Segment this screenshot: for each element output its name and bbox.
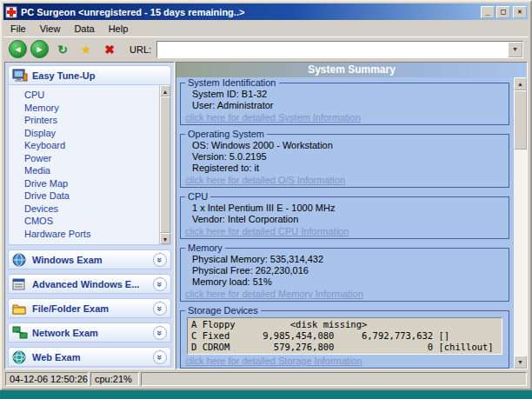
chevron-down-icon[interactable]: » [153,302,167,316]
sidebar-item-drive-data[interactable]: Drive Data [9,190,159,203]
chevron-down-icon[interactable]: » [153,350,167,364]
section-memory: Memory Physical Memory: 535,314,432 Phys… [180,248,509,302]
url-dropdown-button[interactable]: ▼ [508,42,522,57]
content-scrollbar[interactable]: ▲ ▼ [514,77,527,369]
info-line: Physical Memory: 535,314,432 [185,254,504,265]
info-line: User: Administrator [185,100,504,111]
section-cpu: CPU 1 x Intel Pentium III E - 1000 MHz V… [180,196,509,239]
scrollbar-thumb[interactable] [160,96,170,233]
favorites-button[interactable]: ★ [76,40,96,59]
storage-table: A Floppy <disk missing>C Fixed 9,985,454… [187,317,502,355]
info-line: Physical Free: 262,230,016 [185,265,504,276]
chevron-down-icon[interactable]: » [153,277,167,291]
section-operating-system: Operating System OS: Windows 2000 - Work… [180,134,509,188]
sidebar-item-memory[interactable]: Memory [9,102,159,115]
back-button[interactable]: ◄ [9,40,27,58]
window-title: PC Surgeon <unregistered - 15 days remai… [21,7,479,17]
scroll-down-button[interactable]: ▼ [160,233,170,244]
chevron-down-icon[interactable]: » [153,253,167,267]
desktop: PC Surgeon <unregistered - 15 days remai… [0,0,532,399]
section-title: CPU [185,191,210,202]
sidebar-section-advanced-windows-exam[interactable]: Advanced Windows E... » [8,274,171,294]
info-line: Vendor: Intel Corporation [185,214,504,225]
sidebar-scrollbar[interactable]: ▲ ▼ [159,85,170,244]
advanced-windows-exam-icon [12,277,28,291]
close-button[interactable]: ✕ [513,6,527,18]
sidebar-section-label: Easy Tune-Up [32,70,96,81]
menu-file[interactable]: File [3,22,33,36]
status-filler [141,372,527,386]
sidebar-section-label: Windows Exam [32,255,103,265]
storage-row: C Fixed 9,985,454,080 6,792,773,632 [] [191,330,498,342]
sidebar-section-label: Advanced Windows E... [32,279,139,289]
sidebar-item-media[interactable]: Media [9,164,159,177]
network-exam-icon [12,326,28,340]
minimize-button[interactable]: _ [481,6,495,18]
section-storage-devices: Storage Devices A Floppy <disk missing>C… [180,310,509,369]
info-line: 1 x Intel Pentium III E - 1000 MHz [185,203,504,214]
maximize-button[interactable]: □ [496,6,510,18]
menu-view[interactable]: View [33,22,68,36]
sidebar-section-web-exam[interactable]: Web Exam » [8,347,171,367]
section-title: Storage Devices [185,305,261,316]
scroll-up-button[interactable]: ▲ [160,85,170,96]
title-bar[interactable]: PC Surgeon <unregistered - 15 days remai… [3,3,529,20]
sidebar-section-file-folder-exam[interactable]: File/Folder Exam » [8,298,171,318]
menu-help[interactable]: Help [102,22,136,36]
sidebar: Easy Tune-Up CPU Memory Printers Display… [4,62,175,369]
status-cpu: cpu:21% [90,372,139,386]
url-label: URL: [130,44,151,55]
info-line: System ID: B1-32 [185,89,504,100]
page-title: System Summary [176,63,527,77]
url-input[interactable] [157,42,508,57]
stop-button[interactable]: ✖ [99,40,120,59]
status-datetime: 04-12-06 12:50:26 [5,372,89,386]
detail-link-system[interactable]: click here for detailed System Informati… [185,112,504,123]
status-bar: 04-12-06 12:50:26 cpu:21% [3,370,529,387]
detail-link-memory[interactable]: click here for detailed Memory Informati… [185,289,504,300]
section-title: Operating System [185,129,267,139]
info-line: Registered to: it [185,163,504,174]
detail-link-cpu[interactable]: click here for detailed CPU Information [185,226,504,237]
sidebar-item-cpu[interactable]: CPU [9,89,159,102]
sidebar-section-windows-exam[interactable]: Windows Exam » [8,249,171,269]
sidebar-item-hardware-ports[interactable]: Hardware Ports [9,228,159,241]
sidebar-section-label: File/Folder Exam [32,303,109,314]
scroll-up-button[interactable]: ▲ [514,77,527,90]
sidebar-section-easy-tune-up[interactable]: Easy Tune-Up [8,65,171,85]
refresh-button[interactable]: ↻ [52,40,73,59]
section-title: Memory [185,243,225,253]
forward-button[interactable]: ► [30,40,49,58]
sidebar-section-network-exam[interactable]: Network Exam » [8,323,171,342]
chevron-down-icon[interactable]: » [153,326,167,340]
scroll-down-button[interactable]: ▼ [514,356,527,369]
content-area: System Summary System Identification Sys… [176,62,528,369]
scrollbar-thumb[interactable] [514,90,527,150]
info-line: Memory load: 51% [185,276,504,288]
sidebar-item-devices[interactable]: Devices [9,203,159,216]
sidebar-section-label: Network Exam [32,328,98,338]
sidebar-item-display[interactable]: Display [9,127,159,140]
sidebar-item-power[interactable]: Power [9,152,159,165]
url-combobox: ▼ [156,41,523,58]
file-folder-exam-icon [12,302,28,316]
easy-tune-up-icon [12,69,28,83]
section-title: System Identification [185,77,279,88]
info-line: Version: 5.0.2195 [185,151,504,163]
app-window: PC Surgeon <unregistered - 15 days remai… [0,0,532,390]
body-area: Easy Tune-Up CPU Memory Printers Display… [3,61,529,370]
sidebar-item-cmos[interactable]: CMOS [9,215,159,228]
detail-link-storage[interactable]: click here for detailed Storage Informat… [185,356,504,367]
sidebar-item-drive-map[interactable]: Drive Map [9,177,159,190]
info-line: OS: Windows 2000 - Workstation [185,140,504,151]
menu-bar: File View Data Help [3,20,529,37]
toolbar: ◄ ► ↻ ★ ✖ URL: ▼ [3,37,529,61]
system-summary-content: System Identification System ID: B1-32 U… [176,77,514,369]
easy-tune-up-list: CPU Memory Printers Display Keyboard Pow… [8,85,171,245]
detail-link-os[interactable]: click here for detailed O/S Information [185,175,504,186]
sidebar-item-keyboard[interactable]: Keyboard [9,139,159,152]
web-exam-icon [12,350,28,364]
sidebar-section-label: Web Exam [32,352,80,362]
menu-data[interactable]: Data [67,22,101,36]
sidebar-item-printers[interactable]: Printers [9,114,159,127]
